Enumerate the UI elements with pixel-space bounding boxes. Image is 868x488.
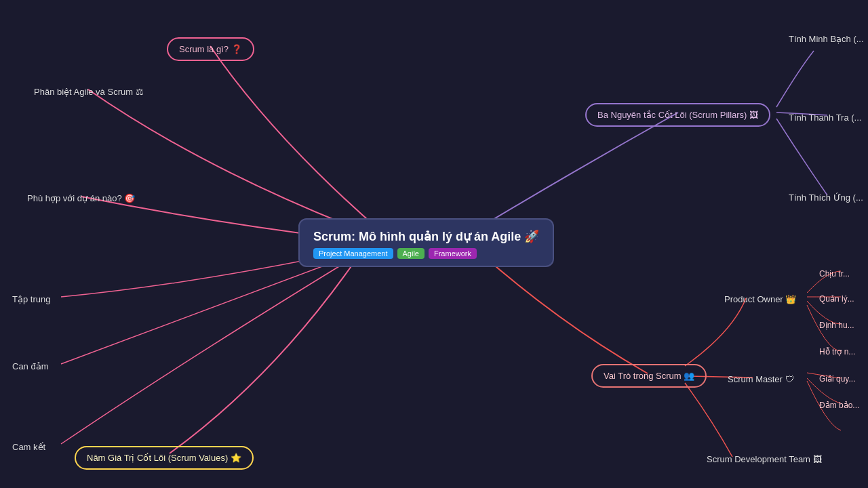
- node-tinh-thanh-tra[interactable]: Tính Thanh Tra (...: [783, 110, 867, 125]
- node-can-dam[interactable]: Can đảm: [7, 359, 54, 374]
- node-chiu-tra[interactable]: Chịu tr...: [814, 266, 855, 281]
- node-phan-biet[interactable]: Phân biệt Agile và Scrum ⚖: [28, 84, 149, 100]
- node-nam-gia-tri[interactable]: Năm Giá Trị Cốt Lõi (Scrum Values) ⭐: [75, 446, 254, 470]
- node-cam-ket[interactable]: Cam kết: [7, 439, 51, 455]
- node-quan-ly-label: Quản lý...: [819, 294, 854, 304]
- node-scrum-master-label: Scrum Master 🛡: [728, 374, 794, 384]
- node-ho-tro-label: Hỗ trợ n...: [819, 347, 855, 357]
- mind-map-canvas: Scrum: Mô hình quản lý dự án Agile 🚀 Pro…: [0, 0, 868, 488]
- node-dinh-hu-label: Định hu...: [819, 321, 854, 330]
- node-phan-biet-label: Phân biệt Agile và Scrum ⚖: [34, 87, 144, 97]
- node-scrum-dev-team-label: Scrum Development Team 🖼: [707, 454, 822, 464]
- node-phu-hop-label: Phù hợp với dự án nào? 🎯: [27, 193, 135, 203]
- node-tinh-thanh-tra-label: Tính Thanh Tra (...: [789, 113, 861, 123]
- central-title: Scrum: Mô hình quản lý dự án Agile 🚀: [313, 229, 539, 244]
- node-vai-tro-label: Vai Trò trong Scrum 👥: [604, 371, 694, 381]
- node-tinh-thich-ung-label: Tính Thích Ứng (...: [789, 192, 863, 203]
- node-dam-bao[interactable]: Đảm bảo...: [814, 398, 865, 413]
- node-scrum-dev-team[interactable]: Scrum Development Team 🖼: [701, 451, 827, 467]
- node-cam-ket-label: Cam kết: [12, 442, 45, 452]
- node-nam-gia-tri-label: Năm Giá Trị Cốt Lõi (Scrum Values) ⭐: [87, 453, 241, 463]
- node-giai-quyet[interactable]: Giải quy...: [814, 371, 861, 386]
- node-tap-trung-label: Tập trung: [12, 294, 50, 304]
- node-tap-trung[interactable]: Tập trung: [7, 291, 56, 307]
- node-tinh-minh-bach[interactable]: Tính Minh Bạch (...: [783, 31, 868, 47]
- node-can-dam-label: Can đảm: [12, 361, 49, 371]
- tag-agile: Agile: [397, 248, 425, 259]
- node-quan-ly[interactable]: Quản lý...: [814, 291, 860, 306]
- node-dinh-hu[interactable]: Định hu...: [814, 318, 860, 333]
- node-vai-tro[interactable]: Vai Trò trong Scrum 👥: [591, 364, 707, 388]
- tag-framework: Framework: [429, 248, 477, 259]
- node-product-owner[interactable]: Product Owner 👑: [719, 291, 802, 307]
- node-ba-nguyen-tac-label: Ba Nguyên tắc Cốt Lõi (Scrum Pillars) 🖼: [597, 110, 758, 120]
- node-chiu-tra-label: Chịu tr...: [819, 269, 850, 279]
- node-ba-nguyen-tac[interactable]: Ba Nguyên tắc Cốt Lõi (Scrum Pillars) 🖼: [585, 103, 770, 127]
- central-node[interactable]: Scrum: Mô hình quản lý dự án Agile 🚀 Pro…: [298, 218, 554, 267]
- tag-project-management: Project Management: [313, 248, 393, 259]
- node-scrum-la-gi[interactable]: Scrum là gì? ❓: [167, 37, 254, 61]
- node-dam-bao-label: Đảm bảo...: [819, 401, 859, 410]
- node-phu-hop[interactable]: Phù hợp với dự án nào? 🎯: [22, 190, 140, 206]
- node-tinh-minh-bach-label: Tính Minh Bạch (...: [789, 34, 864, 44]
- node-scrum-la-gi-label: Scrum là gì? ❓: [179, 44, 242, 54]
- node-tinh-thich-ung[interactable]: Tính Thích Ứng (...: [783, 190, 868, 205]
- node-giai-quyet-label: Giải quy...: [819, 374, 855, 384]
- node-product-owner-label: Product Owner 👑: [724, 294, 796, 304]
- node-ho-tro[interactable]: Hỗ trợ n...: [814, 344, 861, 359]
- node-scrum-master[interactable]: Scrum Master 🛡: [722, 371, 800, 387]
- central-tags: Project Management Agile Framework: [313, 248, 539, 259]
